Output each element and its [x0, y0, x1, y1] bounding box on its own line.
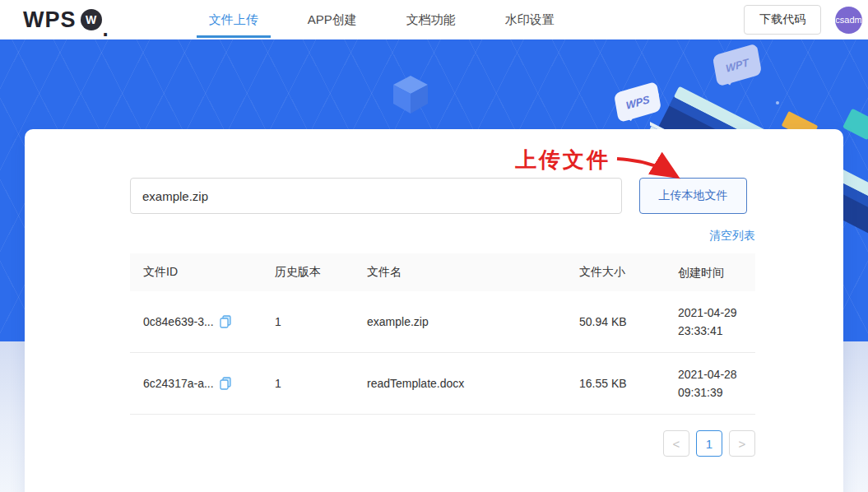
created-at-cell: 2021-04-29 23:33:41: [665, 304, 755, 340]
column-header-file-size: 文件大小: [559, 265, 665, 280]
copy-icon[interactable]: [220, 377, 231, 390]
pagination: < 1 >: [130, 430, 755, 457]
content-card: 上传文件 上传本地文件 清空列表 文件ID 历史版本 文件名 文件大小 创建时间…: [25, 129, 843, 492]
file-id-cell: 6c24317a-a...: [130, 377, 262, 390]
wps-bubble-label: WPS: [624, 92, 650, 111]
page-number-button[interactable]: 1: [696, 430, 722, 457]
table-row: 0c84e639-3... 1 example.zip 50.94 KB 202…: [130, 291, 755, 353]
file-size-cell: 50.94 KB: [559, 315, 665, 328]
clear-list-row: 清空列表: [130, 228, 755, 244]
nav-tabs: 文件上传 APP创建 文档功能 水印设置: [184, 0, 579, 39]
column-header-created-at: 创建时间: [665, 263, 755, 281]
clear-list-link[interactable]: 清空列表: [709, 229, 755, 242]
download-code-button[interactable]: 下载代码: [744, 5, 821, 35]
version-cell: 1: [262, 377, 354, 390]
top-nav-bar: WPS W . 文件上传 APP创建 文档功能 水印设置 下载代码 csadm: [0, 0, 868, 39]
tab-app-create[interactable]: APP创建: [283, 0, 382, 39]
wps-logo-text: WPS: [23, 7, 77, 33]
header-right-area: 下载代码 csadm: [744, 5, 862, 35]
next-page-button[interactable]: >: [729, 430, 755, 457]
file-name-cell: readTemplate.docx: [354, 377, 559, 390]
table-header-row: 文件ID 历史版本 文件名 文件大小 创建时间: [130, 253, 755, 291]
column-header-file-id: 文件ID: [130, 265, 262, 280]
column-header-file-name: 文件名: [354, 265, 559, 280]
cube-decoration: [393, 76, 428, 114]
file-size-cell: 16.55 KB: [559, 377, 665, 390]
table-row: 6c24317a-a... 1 readTemplate.docx 16.55 …: [130, 353, 755, 415]
prev-page-button[interactable]: <: [663, 430, 689, 457]
wps-logo-badge-icon: W: [81, 9, 102, 30]
version-cell: 1: [262, 315, 354, 328]
tab-watermark-settings[interactable]: 水印设置: [480, 0, 579, 39]
file-name-cell: example.zip: [354, 315, 559, 328]
upload-annotation-text: 上传文件: [515, 149, 610, 173]
created-at-cell: 2021-04-28 09:31:39: [665, 365, 755, 401]
column-header-version: 历史版本: [262, 265, 354, 280]
file-id-text: 6c24317a-a...: [143, 377, 214, 390]
upload-annotation: 上传文件: [515, 149, 688, 185]
tab-doc-features[interactable]: 文档功能: [382, 0, 480, 39]
file-id-cell: 0c84e639-3...: [130, 315, 262, 328]
red-arrow-icon: [614, 152, 688, 185]
user-avatar[interactable]: csadm: [835, 7, 862, 34]
file-table: 文件ID 历史版本 文件名 文件大小 创建时间 0c84e639-3... 1 …: [130, 253, 755, 415]
tab-file-upload[interactable]: 文件上传: [184, 0, 283, 39]
copy-icon[interactable]: [220, 315, 231, 328]
wps-logo[interactable]: WPS W .: [23, 7, 109, 33]
wps-logo-dot: .: [103, 25, 109, 33]
file-id-text: 0c84e639-3...: [143, 315, 214, 328]
